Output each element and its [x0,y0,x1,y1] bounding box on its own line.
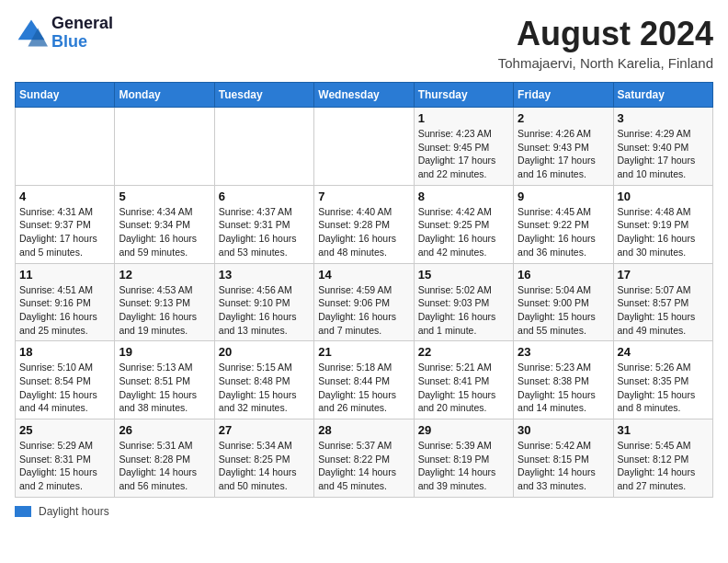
calendar-cell [16,108,115,186]
calendar-cell: 2Sunrise: 4:26 AMSunset: 9:43 PMDaylight… [514,108,613,186]
day-info: Sunrise: 4:48 AMSunset: 9:19 PMDaylight:… [618,205,709,259]
day-info: Sunrise: 5:26 AMSunset: 8:35 PMDaylight:… [618,361,709,415]
day-number: 30 [518,423,609,437]
calendar-cell: 6Sunrise: 4:37 AMSunset: 9:31 PMDaylight… [214,185,313,263]
calendar-cell [314,108,414,186]
logo-text: General Blue [51,15,113,52]
day-number: 19 [119,345,210,359]
day-number: 27 [219,423,310,437]
logo-icon [15,17,48,50]
subtitle: Tohmajaervi, North Karelia, Finland [498,55,713,71]
header-row: SundayMondayTuesdayWednesdayThursdayFrid… [16,83,713,108]
day-number: 18 [19,345,110,359]
calendar-cell: 22Sunrise: 5:21 AMSunset: 8:41 PMDayligh… [414,341,513,419]
day-info: Sunrise: 5:45 AMSunset: 8:12 PMDaylight:… [618,439,709,493]
calendar-table: SundayMondayTuesdayWednesdayThursdayFrid… [15,82,713,498]
column-header-wednesday: Wednesday [314,83,414,108]
column-header-saturday: Saturday [613,83,712,108]
column-header-monday: Monday [115,83,214,108]
calendar-body: 1Sunrise: 4:23 AMSunset: 9:45 PMDaylight… [16,108,713,498]
logo-line1: General [51,15,113,33]
day-info: Sunrise: 5:31 AMSunset: 8:28 PMDaylight:… [119,439,210,493]
calendar-cell: 21Sunrise: 5:18 AMSunset: 8:44 PMDayligh… [314,341,414,419]
calendar-cell: 5Sunrise: 4:34 AMSunset: 9:34 PMDaylight… [115,185,214,263]
calendar-cell: 13Sunrise: 4:56 AMSunset: 9:10 PMDayligh… [214,263,313,341]
calendar-cell: 14Sunrise: 4:59 AMSunset: 9:06 PMDayligh… [314,263,414,341]
day-number: 3 [618,111,709,125]
day-info: Sunrise: 5:37 AMSunset: 8:22 PMDaylight:… [318,439,409,493]
day-number: 7 [318,190,409,203]
calendar-cell: 31Sunrise: 5:45 AMSunset: 8:12 PMDayligh… [613,419,712,498]
day-info: Sunrise: 5:04 AMSunset: 9:00 PMDaylight:… [518,283,609,338]
calendar-cell: 25Sunrise: 5:29 AMSunset: 8:31 PMDayligh… [16,419,115,498]
calendar-cell: 20Sunrise: 5:15 AMSunset: 8:48 PMDayligh… [214,341,313,419]
day-number: 5 [119,190,210,203]
calendar-cell: 16Sunrise: 5:04 AMSunset: 9:00 PMDayligh… [514,263,613,341]
calendar-cell: 28Sunrise: 5:37 AMSunset: 8:22 PMDayligh… [314,419,414,498]
day-number: 31 [618,423,709,437]
day-info: Sunrise: 5:10 AMSunset: 8:54 PMDaylight:… [19,361,110,415]
week-row-5: 25Sunrise: 5:29 AMSunset: 8:31 PMDayligh… [16,419,713,498]
day-number: 17 [618,268,709,282]
day-info: Sunrise: 4:40 AMSunset: 9:28 PMDaylight:… [318,205,409,259]
day-info: Sunrise: 4:29 AMSunset: 9:40 PMDaylight:… [618,127,709,181]
day-number: 13 [219,268,310,282]
day-number: 22 [418,345,509,359]
logo: General Blue [15,15,113,52]
calendar-cell: 19Sunrise: 5:13 AMSunset: 8:51 PMDayligh… [115,341,214,419]
calendar-cell: 30Sunrise: 5:42 AMSunset: 8:15 PMDayligh… [514,419,613,498]
calendar-cell: 10Sunrise: 4:48 AMSunset: 9:19 PMDayligh… [613,185,712,263]
calendar-cell [214,108,313,186]
calendar-cell: 23Sunrise: 5:23 AMSunset: 8:38 PMDayligh… [514,341,613,419]
day-number: 8 [418,190,509,203]
day-number: 10 [618,190,709,203]
day-info: Sunrise: 4:56 AMSunset: 9:10 PMDaylight:… [219,283,310,338]
calendar-cell: 1Sunrise: 4:23 AMSunset: 9:45 PMDaylight… [414,108,513,186]
calendar-header: SundayMondayTuesdayWednesdayThursdayFrid… [16,83,713,108]
legend-label: Daylight hours [39,505,109,518]
day-info: Sunrise: 4:45 AMSunset: 9:22 PMDaylight:… [518,205,609,259]
day-info: Sunrise: 5:15 AMSunset: 8:48 PMDaylight:… [219,361,310,415]
column-header-sunday: Sunday [16,83,115,108]
day-number: 12 [119,268,210,282]
day-number: 28 [318,423,409,437]
day-info: Sunrise: 4:34 AMSunset: 9:34 PMDaylight:… [119,205,210,259]
day-number: 14 [318,268,409,282]
calendar-cell: 24Sunrise: 5:26 AMSunset: 8:35 PMDayligh… [613,341,712,419]
day-info: Sunrise: 4:59 AMSunset: 9:06 PMDaylight:… [318,283,409,338]
calendar-cell: 7Sunrise: 4:40 AMSunset: 9:28 PMDaylight… [314,185,414,263]
calendar-cell: 11Sunrise: 4:51 AMSunset: 9:16 PMDayligh… [16,263,115,341]
calendar-cell: 4Sunrise: 4:31 AMSunset: 9:37 PMDaylight… [16,185,115,263]
day-info: Sunrise: 4:37 AMSunset: 9:31 PMDaylight:… [219,205,310,259]
day-info: Sunrise: 5:13 AMSunset: 8:51 PMDaylight:… [119,361,210,415]
day-info: Sunrise: 5:42 AMSunset: 8:15 PMDaylight:… [518,439,609,493]
day-info: Sunrise: 4:42 AMSunset: 9:25 PMDaylight:… [418,205,509,259]
week-row-2: 4Sunrise: 4:31 AMSunset: 9:37 PMDaylight… [16,185,713,263]
header: General Blue August 2024 Tohmajaervi, No… [15,15,713,71]
day-info: Sunrise: 5:29 AMSunset: 8:31 PMDaylight:… [19,439,110,493]
main-title: August 2024 [498,15,713,53]
logo-line2: Blue [51,33,113,52]
week-row-1: 1Sunrise: 4:23 AMSunset: 9:45 PMDaylight… [16,108,713,186]
day-number: 1 [418,111,509,125]
day-info: Sunrise: 5:02 AMSunset: 9:03 PMDaylight:… [418,283,509,338]
day-info: Sunrise: 4:31 AMSunset: 9:37 PMDaylight:… [19,205,110,259]
calendar-cell: 26Sunrise: 5:31 AMSunset: 8:28 PMDayligh… [115,419,214,498]
title-section: August 2024 Tohmajaervi, North Karelia, … [498,15,713,71]
calendar-cell: 18Sunrise: 5:10 AMSunset: 8:54 PMDayligh… [16,341,115,419]
day-number: 29 [418,423,509,437]
calendar-cell: 8Sunrise: 4:42 AMSunset: 9:25 PMDaylight… [414,185,513,263]
day-info: Sunrise: 4:23 AMSunset: 9:45 PMDaylight:… [418,127,509,181]
day-info: Sunrise: 5:34 AMSunset: 8:25 PMDaylight:… [219,439,310,493]
column-header-friday: Friday [514,83,613,108]
day-info: Sunrise: 5:23 AMSunset: 8:38 PMDaylight:… [518,361,609,415]
calendar-cell: 3Sunrise: 4:29 AMSunset: 9:40 PMDaylight… [613,108,712,186]
day-number: 20 [219,345,310,359]
day-number: 4 [19,190,110,203]
calendar-cell: 17Sunrise: 5:07 AMSunset: 8:57 PMDayligh… [613,263,712,341]
calendar-cell: 9Sunrise: 4:45 AMSunset: 9:22 PMDaylight… [514,185,613,263]
calendar-cell: 27Sunrise: 5:34 AMSunset: 8:25 PMDayligh… [214,419,313,498]
day-number: 9 [518,190,609,203]
day-info: Sunrise: 5:07 AMSunset: 8:57 PMDaylight:… [618,283,709,338]
legend-bar [15,506,31,517]
